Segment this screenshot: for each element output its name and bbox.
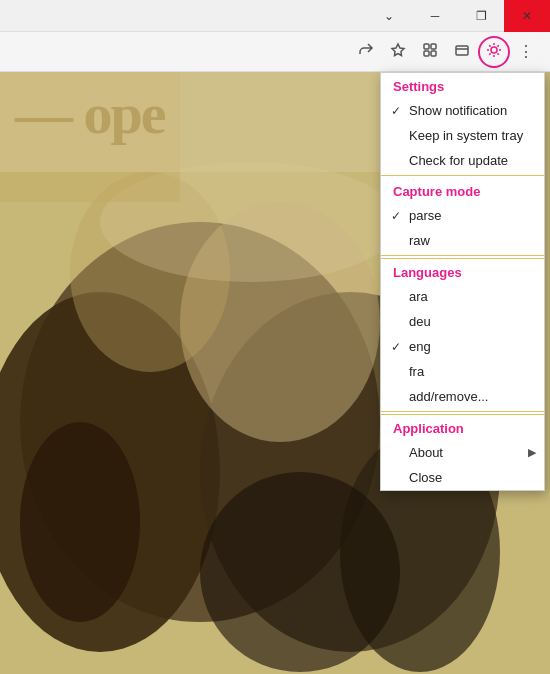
puzzle-icon [422, 42, 438, 62]
maximize-button[interactable]: ❐ [458, 0, 504, 32]
close-icon: ✕ [522, 9, 532, 23]
settings-button[interactable] [478, 36, 510, 68]
svg-point-6 [491, 47, 497, 53]
settings-icon [485, 41, 503, 63]
about-item[interactable]: About ▶ [381, 440, 544, 465]
svg-rect-2 [431, 44, 436, 49]
more-button[interactable]: ⋮ [510, 36, 542, 68]
more-icon: ⋮ [518, 42, 534, 61]
tab-icon [454, 42, 470, 62]
eng-checkmark-icon: ✓ [391, 340, 401, 354]
divider-3 [381, 411, 544, 412]
fra-item[interactable]: fra [381, 359, 544, 384]
page-text: — ope [5, 72, 165, 147]
keep-in-tray-item[interactable]: Keep in system tray [381, 123, 544, 148]
settings-section-header: Settings [381, 73, 544, 98]
close-button[interactable]: ✕ [504, 0, 550, 32]
svg-point-13 [20, 422, 140, 622]
deu-item[interactable]: deu [381, 309, 544, 334]
minimize-icon: ─ [431, 9, 440, 23]
eng-label: eng [409, 339, 431, 354]
raw-label: raw [409, 233, 430, 248]
dropdown-menu: Settings ✓ Show notification Keep in sys… [380, 72, 545, 491]
capture-mode-section-header: Capture mode [381, 178, 544, 203]
about-label: About [409, 445, 443, 460]
titlebar: ⌄ ─ ❐ ✕ [0, 0, 550, 32]
svg-rect-5 [456, 46, 468, 55]
close-menu-label: Close [409, 470, 442, 485]
eng-item[interactable]: ✓ eng [381, 334, 544, 359]
ara-item[interactable]: ara [381, 284, 544, 309]
svg-marker-0 [392, 44, 404, 56]
share-button[interactable] [350, 36, 382, 68]
svg-rect-1 [424, 44, 429, 49]
extension-button[interactable] [414, 36, 446, 68]
application-section-header: Application [381, 414, 544, 440]
chevron-button[interactable]: ⌄ [366, 0, 412, 32]
add-remove-label: add/remove... [409, 389, 489, 404]
close-item[interactable]: Close [381, 465, 544, 490]
toolbar: ⋮ [0, 32, 550, 72]
divider-1 [381, 175, 544, 176]
parse-item[interactable]: ✓ parse [381, 203, 544, 228]
fra-label: fra [409, 364, 424, 379]
chevron-icon: ⌄ [384, 9, 394, 23]
ara-label: ara [409, 289, 428, 304]
divider-2 [381, 255, 544, 256]
minimize-button[interactable]: ─ [412, 0, 458, 32]
parse-checkmark-icon: ✓ [391, 209, 401, 223]
check-update-label: Check for update [409, 153, 508, 168]
deu-label: deu [409, 314, 431, 329]
bookmark-button[interactable] [382, 36, 414, 68]
star-icon [390, 42, 406, 62]
languages-section-header: Languages [381, 258, 544, 284]
checkmark-icon: ✓ [391, 104, 401, 118]
add-remove-item[interactable]: add/remove... [381, 384, 544, 409]
maximize-icon: ❐ [476, 9, 487, 23]
raw-item[interactable]: raw [381, 228, 544, 253]
share-icon [358, 42, 374, 62]
keep-in-tray-label: Keep in system tray [409, 128, 523, 143]
check-update-item[interactable]: Check for update [381, 148, 544, 173]
split-view-button[interactable] [446, 36, 478, 68]
svg-rect-3 [424, 51, 429, 56]
svg-point-15 [200, 472, 400, 672]
show-notification-label: Show notification [409, 103, 507, 118]
submenu-arrow-icon: ▶ [528, 446, 536, 459]
parse-label: parse [409, 208, 442, 223]
svg-rect-4 [431, 51, 436, 56]
show-notification-item[interactable]: ✓ Show notification [381, 98, 544, 123]
